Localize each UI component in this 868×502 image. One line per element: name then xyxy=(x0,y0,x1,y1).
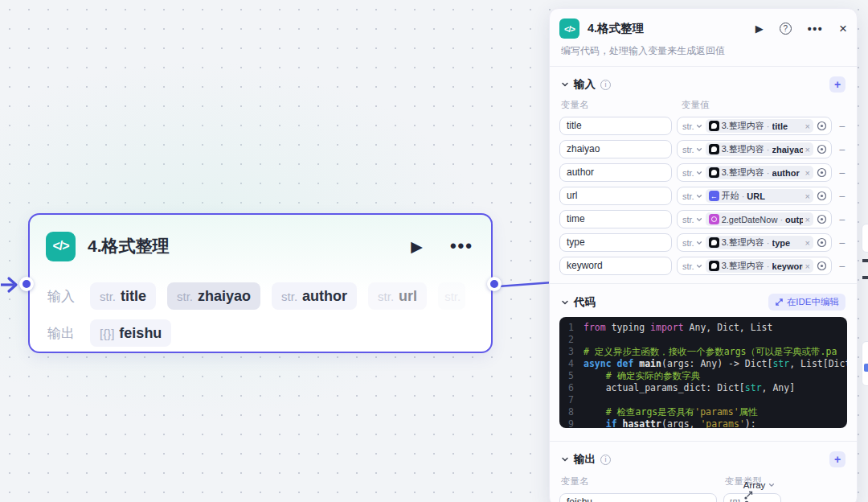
variable-value-field[interactable]: str. 3.整理内容 · zhaiyao × xyxy=(677,140,832,158)
remove-row-icon[interactable]: − xyxy=(837,120,847,133)
output-name-input[interactable]: feishu xyxy=(559,493,717,502)
variable-value-field[interactable]: str. 3.整理内容 · author × xyxy=(677,163,832,182)
info-icon: i xyxy=(600,455,611,465)
line-number: 3 xyxy=(559,346,583,358)
node-param-chip[interactable]: str. author xyxy=(272,282,357,310)
locate-button[interactable] xyxy=(817,261,827,271)
node-input-port[interactable] xyxy=(19,277,34,291)
code-line: 3# 定义异步主函数，接收一个参数args（可以是字典或带.pa xyxy=(559,346,847,358)
output-type-select[interactable]: [{}] Array − xyxy=(723,493,781,502)
variable-name-input[interactable]: url xyxy=(559,187,672,205)
type-select[interactable]: str. xyxy=(682,121,702,131)
chevron-down-icon[interactable] xyxy=(561,298,569,307)
help-icon[interactable]: ? xyxy=(780,23,792,35)
deepseek-icon xyxy=(709,237,719,248)
field-name-label: author xyxy=(772,168,803,178)
node-output-chip[interactable]: [{}] feishu xyxy=(90,319,171,347)
value-reference-chip[interactable]: 3.整理内容 · author × xyxy=(706,166,813,179)
variable-value-field[interactable]: str. 3.整理内容 · type × xyxy=(677,233,832,252)
add-output-button[interactable]: + xyxy=(829,451,845,467)
variable-name-input[interactable]: author xyxy=(559,163,672,182)
type-select[interactable]: str. xyxy=(682,261,702,271)
locate-button[interactable] xyxy=(817,121,827,131)
variable-name-input[interactable]: type xyxy=(559,233,672,252)
type-select[interactable]: str. xyxy=(682,168,702,178)
remove-row-icon[interactable]: − xyxy=(837,260,847,273)
locate-button[interactable] xyxy=(817,191,827,201)
edge-fragment-dash xyxy=(862,259,868,262)
value-reference-chip[interactable]: 3.整理内容 · title × xyxy=(706,119,813,133)
locate-icon xyxy=(817,237,827,248)
line-number: 4 xyxy=(559,358,583,370)
variable-value-field[interactable]: str. 2.getDateNow · output × xyxy=(677,210,832,228)
locate-button[interactable] xyxy=(817,214,827,224)
clear-icon[interactable]: × xyxy=(805,145,810,154)
deepseek-icon xyxy=(709,121,719,131)
locate-button[interactable] xyxy=(817,237,827,248)
node-format-cleanup[interactable]: </> 4.格式整理 ▶ ••• 输入 str. title str. zhai… xyxy=(28,213,493,353)
node-param-chip[interactable]: str. title xyxy=(90,282,156,310)
value-reference-chip[interactable]: ← 开始 · URL × xyxy=(706,189,813,203)
edge-fragment-icon xyxy=(864,364,868,372)
code-section-label: 代码 xyxy=(574,295,596,310)
remove-row-icon[interactable]: − xyxy=(837,190,847,203)
type-select[interactable]: str. xyxy=(682,191,702,201)
type-select[interactable]: str. xyxy=(682,238,702,248)
chevron-down-icon[interactable] xyxy=(561,455,569,463)
type-select[interactable]: str. xyxy=(682,215,702,224)
param-type-label: str. xyxy=(281,290,297,303)
value-reference-chip[interactable]: 3.整理内容 · keyword × xyxy=(706,259,813,273)
line-number: 2 xyxy=(559,334,583,346)
param-name-label: feishu xyxy=(119,325,162,342)
chevron-down-icon[interactable] xyxy=(561,80,569,88)
node-title: 4.格式整理 xyxy=(88,235,411,257)
expand-icon[interactable] xyxy=(743,490,775,500)
variable-value-field[interactable]: str. ← 开始 · URL × xyxy=(677,187,832,205)
expand-icon xyxy=(775,298,784,307)
variable-name-input[interactable]: title xyxy=(559,117,672,135)
run-icon[interactable]: ▶ xyxy=(755,23,764,35)
clear-icon[interactable]: × xyxy=(805,238,810,248)
value-reference-chip[interactable]: 3.整理内容 · type × xyxy=(706,236,813,249)
node-more-icon[interactable]: ••• xyxy=(450,236,473,257)
remove-row-icon[interactable]: − xyxy=(837,143,847,156)
add-input-button[interactable]: + xyxy=(829,76,845,93)
variable-name-input[interactable]: time xyxy=(559,210,672,228)
node-param-chip[interactable]: str. zhaiyao xyxy=(167,282,260,310)
variable-name-input[interactable]: keyword xyxy=(559,257,672,275)
variable-value-field[interactable]: str. 3.整理内容 · keyword × xyxy=(677,257,832,275)
edit-in-ide-button[interactable]: 在IDE中编辑 xyxy=(768,294,845,311)
code-editor[interactable]: 1from typing import Any, Dict, List23# 定… xyxy=(559,317,847,428)
remove-row-icon[interactable]: − xyxy=(837,167,847,179)
remove-row-icon[interactable]: − xyxy=(837,237,847,249)
field-name-label: keyword xyxy=(772,261,803,271)
locate-button[interactable] xyxy=(817,167,827,178)
close-icon[interactable]: × xyxy=(839,21,847,37)
clear-icon[interactable]: × xyxy=(805,121,810,131)
node-output-chips: [{}] feishu xyxy=(90,319,171,347)
node-input-label: 输入 xyxy=(47,287,80,306)
node-run-icon[interactable]: ▶ xyxy=(411,237,423,256)
variable-value-field[interactable]: str. 3.整理内容 · title × xyxy=(677,117,832,135)
input-variable-row: url str. ← 开始 · URL × − xyxy=(559,187,847,205)
field-name-label: title xyxy=(772,121,803,131)
output-variable-row: feishu [{}] Array − xyxy=(559,493,847,502)
clear-icon[interactable]: × xyxy=(805,168,810,178)
divider xyxy=(550,283,857,284)
value-reference-chip[interactable]: 3.整理内容 · zhaiyao × xyxy=(706,142,813,156)
remove-row-icon[interactable]: − xyxy=(837,213,847,226)
locate-button[interactable] xyxy=(817,144,827,154)
value-reference-chip[interactable]: 2.getDateNow · output × xyxy=(706,212,813,226)
clear-icon[interactable]: × xyxy=(805,191,810,201)
node-param-chip[interactable]: str. url xyxy=(368,282,427,310)
param-type-label: str. xyxy=(177,290,193,303)
clear-icon[interactable]: × xyxy=(805,215,810,224)
type-select[interactable]: str. xyxy=(682,145,702,154)
field-name-label: type xyxy=(772,238,803,248)
node-output-port[interactable] xyxy=(487,277,502,291)
variable-name-input[interactable]: zhaiyao xyxy=(559,140,672,158)
dot-separator: · xyxy=(767,238,770,248)
clear-icon[interactable]: × xyxy=(805,261,810,271)
more-icon[interactable]: ••• xyxy=(808,23,823,35)
node-param-chip[interactable]: str. xyxy=(438,282,465,310)
